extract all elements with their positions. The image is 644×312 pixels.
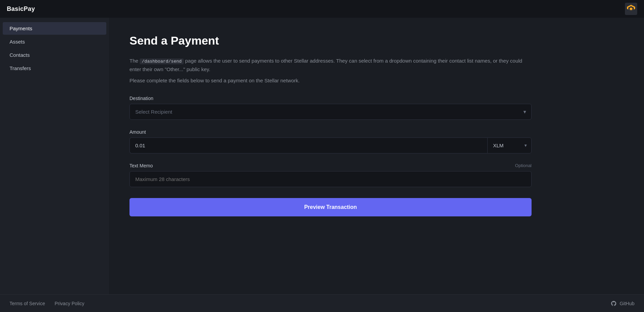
destination-label: Destination bbox=[129, 96, 153, 101]
app-header: BasicPay bbox=[0, 0, 644, 18]
description-text: The /dashboard/send page allows the user… bbox=[129, 57, 532, 73]
main-content: Send a Payment The /dashboard/send page … bbox=[109, 18, 644, 294]
currency-select[interactable]: XLM bbox=[487, 137, 532, 153]
sidebar-item-assets[interactable]: Assets bbox=[3, 35, 106, 48]
sidebar-item-transfers[interactable]: Transfers bbox=[3, 62, 106, 75]
destination-label-row: Destination bbox=[129, 96, 532, 101]
amount-input[interactable] bbox=[129, 137, 487, 153]
footer-links: Terms of Service Privacy Policy bbox=[10, 301, 84, 306]
amount-label-row: Amount bbox=[129, 129, 532, 135]
github-label: GitHub bbox=[619, 301, 634, 306]
destination-select[interactable]: Select Recipient bbox=[129, 104, 532, 120]
memo-input[interactable] bbox=[129, 171, 532, 187]
github-icon bbox=[611, 300, 617, 307]
memo-group: Text Memo Optional bbox=[129, 163, 532, 187]
sidebar-item-payments[interactable]: Payments bbox=[3, 22, 106, 35]
route-code: /dashboard/send bbox=[140, 59, 184, 64]
privacy-policy-link[interactable]: Privacy Policy bbox=[55, 301, 84, 306]
sidebar-item-contacts[interactable]: Contacts bbox=[3, 49, 106, 61]
destination-select-wrapper: Select Recipient bbox=[129, 104, 532, 120]
main-layout: Payments Assets Contacts Transfers Send … bbox=[0, 18, 644, 294]
app-logo: BasicPay bbox=[7, 5, 35, 13]
destination-group: Destination Select Recipient bbox=[129, 96, 532, 120]
memo-label: Text Memo bbox=[129, 163, 153, 168]
description-text-2: Please complete the fields below to send… bbox=[129, 78, 624, 83]
terms-of-service-link[interactable]: Terms of Service bbox=[10, 301, 45, 306]
preview-transaction-button[interactable]: Preview Transaction bbox=[129, 198, 532, 216]
amount-group: Amount XLM bbox=[129, 129, 532, 153]
memo-label-row: Text Memo Optional bbox=[129, 163, 532, 168]
currency-select-wrapper: XLM bbox=[487, 137, 532, 153]
amount-label: Amount bbox=[129, 129, 146, 135]
page-title: Send a Payment bbox=[129, 34, 624, 47]
stellar-logo-icon bbox=[625, 3, 637, 15]
github-link[interactable]: GitHub bbox=[611, 300, 634, 307]
sidebar: Payments Assets Contacts Transfers bbox=[0, 18, 109, 294]
memo-optional-label: Optional bbox=[515, 163, 532, 168]
app-footer: Terms of Service Privacy Policy GitHub bbox=[0, 294, 644, 312]
amount-input-row: XLM bbox=[129, 137, 532, 153]
